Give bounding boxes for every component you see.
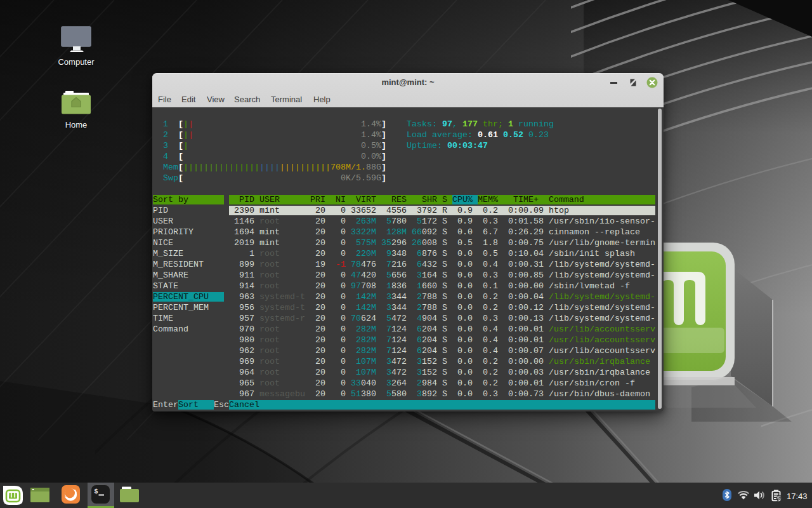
svg-text:$: $ [95,488,98,495]
